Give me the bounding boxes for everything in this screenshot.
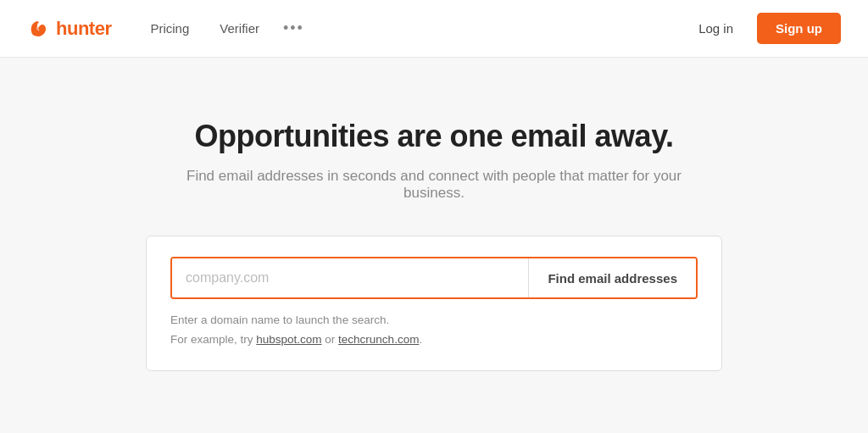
- nav-pricing[interactable]: Pricing: [138, 14, 201, 42]
- logo-link[interactable]: hunter: [27, 17, 111, 41]
- logo-text: hunter: [56, 18, 111, 40]
- hint-before-text: For example, try: [170, 333, 256, 346]
- site-header: hunter Pricing Verifier ••• Log in Sign …: [0, 0, 868, 58]
- hint-line2: For example, try hubspot.com or techcrun…: [170, 330, 698, 350]
- domain-input[interactable]: [172, 258, 528, 297]
- main-content: Opportunities are one email away. Find e…: [0, 58, 868, 371]
- hero-subtitle: Find email addresses in seconds and conn…: [171, 168, 697, 202]
- header-actions: Log in Sign up: [688, 13, 841, 44]
- hint-line1: Enter a domain name to launch the search…: [170, 311, 698, 330]
- login-button[interactable]: Log in: [688, 14, 743, 42]
- signup-button[interactable]: Sign up: [757, 13, 841, 44]
- search-hints: Enter a domain name to launch the search…: [170, 311, 698, 350]
- hero-title: Opportunities are one email away.: [194, 119, 673, 154]
- nav-more[interactable]: •••: [278, 13, 309, 44]
- hint-middle-text: or: [322, 333, 339, 346]
- main-nav: Pricing Verifier •••: [138, 13, 688, 44]
- logo-icon: [27, 17, 51, 41]
- hint-after-text: .: [419, 333, 422, 346]
- search-card: Find email addresses Enter a domain name…: [146, 236, 722, 371]
- hint-link-hubspot[interactable]: hubspot.com: [256, 333, 321, 346]
- nav-verifier[interactable]: Verifier: [208, 14, 271, 42]
- search-row: Find email addresses: [170, 257, 698, 299]
- find-email-button[interactable]: Find email addresses: [528, 258, 696, 297]
- hint-link-techcrunch[interactable]: techcrunch.com: [338, 333, 419, 346]
